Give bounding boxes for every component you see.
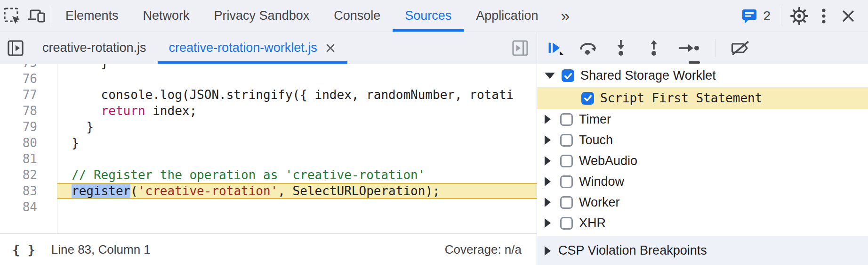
file-tab-bar-spacer bbox=[347, 32, 504, 64]
issues-count: 2 bbox=[763, 8, 771, 24]
chevron-right-icon bbox=[545, 246, 551, 256]
checkbox-unchecked[interactable] bbox=[560, 155, 573, 167]
event-listener-breakpoints-list: Shared Storage WorkletScript First State… bbox=[537, 64, 868, 233]
chevron-down-icon[interactable] bbox=[545, 73, 555, 79]
breakpoint-row-xhr[interactable]: XHR bbox=[537, 213, 868, 233]
line-number[interactable]: 80 bbox=[0, 135, 57, 151]
breakpoint-row-timer[interactable]: Timer bbox=[537, 109, 868, 130]
csp-violation-breakpoints-section[interactable]: CSP Violation Breakpoints bbox=[537, 236, 868, 265]
checkbox-checked[interactable] bbox=[562, 69, 574, 82]
token-comment: // Register the operation as 'creative-r… bbox=[72, 168, 425, 182]
code-text[interactable]: } bbox=[57, 119, 537, 135]
code-text[interactable]: } bbox=[57, 135, 537, 151]
gutter-divider bbox=[57, 64, 57, 233]
toolbar-separator bbox=[51, 6, 51, 26]
checkbox-unchecked[interactable] bbox=[560, 113, 573, 126]
device-toolbar-icon[interactable] bbox=[24, 0, 49, 32]
show-debugger-sidebar-icon[interactable] bbox=[504, 32, 537, 64]
step-out-icon[interactable] bbox=[643, 37, 664, 59]
breakpoint-label: Window bbox=[579, 174, 624, 189]
cursor-position: Line 83, Column 1 bbox=[51, 242, 151, 257]
tab-network[interactable]: Network bbox=[131, 0, 202, 32]
issues-icon bbox=[740, 7, 758, 25]
breakpoint-label: Worker bbox=[579, 195, 620, 210]
content-area: creative-rotation.jscreative-rotation-wo… bbox=[0, 32, 868, 265]
format-code-icon[interactable]: { } bbox=[12, 242, 35, 257]
breakpoint-row-window[interactable]: Window bbox=[537, 171, 868, 192]
inspect-icon[interactable] bbox=[0, 0, 24, 32]
step-icon[interactable] bbox=[676, 37, 702, 59]
code-text[interactable]: // Register the operation as 'creative-r… bbox=[57, 167, 537, 183]
csp-section-label: CSP Violation Breakpoints bbox=[558, 243, 707, 258]
code-text[interactable]: console.log(JSON.stringify({ index, rand… bbox=[57, 87, 537, 103]
token-plain: } bbox=[72, 136, 79, 150]
deactivate-breakpoints-icon[interactable] bbox=[729, 37, 752, 59]
code-text[interactable] bbox=[57, 199, 537, 215]
chevron-right-icon[interactable] bbox=[545, 156, 551, 166]
code-line-80: 80} bbox=[0, 135, 537, 151]
chevron-right-icon[interactable] bbox=[545, 135, 551, 145]
tab-elements[interactable]: Elements bbox=[53, 0, 131, 32]
checkbox-unchecked[interactable] bbox=[560, 175, 573, 188]
code-text[interactable]: } bbox=[57, 64, 537, 71]
checkbox-checked[interactable] bbox=[581, 92, 594, 105]
breakpoint-label: Script First Statement bbox=[600, 91, 762, 105]
code-line-77: 77 console.log(JSON.stringify({ index, r… bbox=[0, 87, 537, 103]
tab-sources[interactable]: Sources bbox=[393, 0, 464, 32]
kebab-menu-icon[interactable] bbox=[812, 7, 836, 25]
panel-tabs: ElementsNetworkPrivacy SandboxConsoleSou… bbox=[53, 0, 550, 32]
close-icon[interactable] bbox=[836, 8, 860, 24]
step-over-icon[interactable] bbox=[578, 37, 598, 59]
code-text[interactable]: return index; bbox=[57, 103, 537, 119]
chevron-right-icon[interactable] bbox=[545, 177, 551, 186]
code-line-79: 79 } bbox=[0, 119, 537, 135]
chevron-right-icon[interactable] bbox=[545, 198, 551, 207]
coverage-status: Coverage: n/a bbox=[445, 242, 522, 257]
debugger-toolbar-separator bbox=[715, 39, 715, 57]
show-navigator-icon[interactable] bbox=[0, 32, 31, 64]
clipped-scrolled-text bbox=[689, 61, 700, 64]
tab-privacy-sandbox[interactable]: Privacy Sandbox bbox=[202, 0, 322, 32]
line-number[interactable]: 77 bbox=[0, 87, 57, 103]
line-number[interactable]: 78 bbox=[0, 103, 57, 119]
code-editor[interactable]: 75 }7677 console.log(JSON.stringify({ in… bbox=[0, 64, 537, 233]
checkbox-unchecked[interactable] bbox=[560, 134, 573, 147]
file-tab-creative-rotation-worklet-js[interactable]: creative-rotation-worklet.js bbox=[158, 32, 347, 64]
step-into-icon[interactable] bbox=[611, 37, 631, 59]
debugger-sidebar: Shared Storage WorkletScript First State… bbox=[537, 32, 868, 265]
line-number[interactable]: 81 bbox=[0, 151, 57, 167]
code-text[interactable] bbox=[57, 71, 537, 87]
issues-button[interactable]: 2 bbox=[736, 7, 775, 25]
token-plain: , SelectURLOperation); bbox=[278, 184, 440, 198]
code-line-84: 84 bbox=[0, 199, 537, 215]
token-plain bbox=[72, 104, 101, 118]
tab-console[interactable]: Console bbox=[321, 0, 393, 32]
more-tabs-button[interactable]: » bbox=[550, 0, 580, 32]
gear-icon[interactable] bbox=[787, 6, 812, 26]
checkbox-unchecked[interactable] bbox=[560, 217, 573, 230]
checkbox-unchecked[interactable] bbox=[560, 196, 573, 209]
file-tab-creative-rotation-js[interactable]: creative-rotation.js bbox=[31, 32, 158, 64]
breakpoint-row-shared-storage-worklet[interactable]: Shared Storage Worklet bbox=[537, 64, 868, 87]
breakpoint-row-touch[interactable]: Touch bbox=[537, 130, 868, 150]
line-number[interactable]: 79 bbox=[0, 119, 57, 135]
breakpoint-row-webaudio[interactable]: WebAudio bbox=[537, 150, 868, 171]
line-number[interactable]: 84 bbox=[0, 199, 57, 215]
code-text[interactable] bbox=[57, 151, 537, 167]
chevron-right-icon[interactable] bbox=[545, 218, 551, 228]
breakpoint-row-worker[interactable]: Worker bbox=[537, 192, 868, 213]
debugger-toolbar bbox=[537, 32, 868, 64]
code-text[interactable]: register('creative-rotation', SelectURLO… bbox=[57, 183, 537, 199]
chevron-right-icon[interactable] bbox=[545, 115, 551, 124]
line-number[interactable]: 76 bbox=[0, 71, 57, 87]
resume-icon[interactable] bbox=[545, 37, 565, 59]
tab-application[interactable]: Application bbox=[464, 0, 550, 32]
line-number[interactable]: 82 bbox=[0, 167, 57, 183]
line-number[interactable]: 83 bbox=[0, 183, 57, 199]
file-tab-label: creative-rotation.js bbox=[42, 41, 146, 55]
code-line-83: 83register('creative-rotation', SelectUR… bbox=[0, 183, 537, 199]
close-tab-icon[interactable] bbox=[325, 42, 336, 54]
toolbar-right-group: 2 bbox=[736, 0, 868, 32]
line-number[interactable]: 75 bbox=[0, 64, 57, 71]
breakpoint-row-script-first-statement[interactable]: Script First Statement bbox=[537, 87, 868, 109]
